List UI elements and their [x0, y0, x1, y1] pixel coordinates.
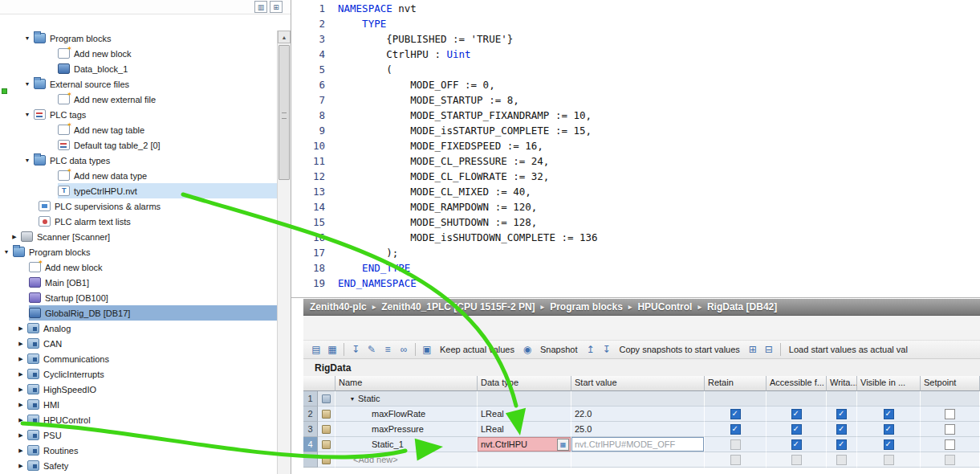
- panes-icon[interactable]: ▥: [254, 1, 267, 13]
- tree-item-can[interactable]: ▶CAN: [0, 336, 277, 351]
- writable-checkbox[interactable]: [836, 439, 847, 450]
- import-icon[interactable]: ↧: [348, 342, 364, 358]
- cell-name[interactable]: maxPressure: [335, 422, 478, 437]
- cell-start-value[interactable]: 25.0: [571, 422, 705, 437]
- chevron-right-icon[interactable]: ▶: [14, 432, 27, 439]
- retain-checkbox[interactable]: [730, 409, 741, 419]
- row-number[interactable]: 2: [303, 407, 318, 422]
- tree-item-safety[interactable]: ▶Safety: [0, 458, 277, 473]
- datatype-browse-icon[interactable]: ▦: [557, 439, 569, 451]
- tree-item-plc-tags[interactable]: ▼PLC tags: [0, 107, 277, 122]
- chevron-right-icon[interactable]: ▶: [14, 417, 27, 423]
- breadcrumb-segment-zenith40-plc[interactable]: Zenith40-plc: [310, 301, 367, 313]
- snapshot-icon[interactable]: ◉: [519, 342, 535, 358]
- tree-item-add-new-external-file[interactable]: Add new external file: [0, 92, 277, 107]
- tree-item-psu[interactable]: ▶PSU: [0, 427, 277, 443]
- writable-checkbox[interactable]: [836, 424, 847, 435]
- cell-start-value[interactable]: [571, 452, 705, 468]
- tree-item-communications[interactable]: ▶Communications: [0, 351, 277, 366]
- cell-data-type[interactable]: [478, 452, 571, 468]
- tree-item-add-new-tag-table[interactable]: Add new tag table: [0, 122, 277, 137]
- visible-checkbox[interactable]: [884, 409, 894, 419]
- chevron-down-icon[interactable]: ▼: [21, 35, 34, 41]
- setpoint-checkbox[interactable]: [945, 409, 955, 419]
- tree-item-plc-supervisions-alarms[interactable]: PLC supervisions & alarms: [0, 198, 277, 214]
- tree-item-external-source-files[interactable]: ▼External source files: [0, 76, 277, 92]
- column-header-retain[interactable]: Retain: [705, 376, 767, 391]
- chevron-right-icon[interactable]: ▶: [8, 234, 21, 240]
- column-header-start-value[interactable]: Start value: [571, 376, 705, 391]
- row-number[interactable]: 4: [303, 437, 318, 452]
- cell-data-type[interactable]: LReal: [478, 422, 571, 437]
- column-header-writa[interactable]: Writa...: [827, 376, 857, 391]
- breadcrumb-segment-zenith40-1plc-cpu-1515f-2-pn[interactable]: Zenith40_1PLC [CPU 1515F-2 PN]: [381, 301, 535, 313]
- chevron-right-icon[interactable]: ▶: [14, 402, 27, 408]
- add-row-icon[interactable]: ▦: [324, 342, 340, 358]
- copy-snapshots-button[interactable]: Copy snapshots to start values: [614, 345, 744, 354]
- accessible-checkbox[interactable]: [791, 424, 802, 435]
- visible-checkbox[interactable]: [884, 439, 894, 450]
- tree-item-plc-alarm-text-lists[interactable]: PLC alarm text lists: [0, 214, 277, 229]
- chevron-down-icon[interactable]: ▼: [348, 396, 356, 402]
- writable-checkbox[interactable]: [836, 409, 847, 419]
- snapshot-up-icon[interactable]: ↥: [582, 342, 598, 358]
- tree-item-hmi[interactable]: ▶HMI: [0, 397, 277, 412]
- tree-item-plc-data-types[interactable]: ▼PLC data types: [0, 153, 277, 168]
- tree-item-typectrlhpu-nvt[interactable]: typeCtrlHPU.nvt: [0, 183, 277, 198]
- row-number[interactable]: [303, 452, 318, 468]
- tree-item-add-new-block[interactable]: Add new block: [0, 259, 277, 275]
- cell-start-value[interactable]: [571, 391, 705, 407]
- column-header-name[interactable]: Name: [335, 376, 478, 391]
- snapshot-down-icon[interactable]: ↧: [598, 342, 614, 358]
- chevron-right-icon[interactable]: ▶: [14, 447, 27, 454]
- float-window-icon[interactable]: ⊞: [270, 1, 283, 13]
- breadcrumb-segment-hpucontrol[interactable]: HPUControl: [637, 301, 692, 313]
- chevron-right-icon[interactable]: ▶: [14, 341, 27, 347]
- chevron-right-icon[interactable]: ▶: [14, 463, 27, 469]
- tree-item-hpucontrol[interactable]: ▶HPUControl: [0, 412, 277, 427]
- accessible-checkbox[interactable]: [791, 409, 802, 419]
- keep-values-icon[interactable]: ▣: [419, 342, 435, 358]
- retain-checkbox[interactable]: [730, 424, 741, 435]
- accessible-checkbox[interactable]: [791, 439, 802, 450]
- tree-scrollbar[interactable]: ▲: [277, 31, 291, 474]
- copy-start-icon[interactable]: ⊞: [745, 342, 761, 358]
- code-editor[interactable]: 12345678910111213141516171819 NAMESPACE …: [291, 0, 980, 298]
- tree-item-main-ob1[interactable]: Main [OB1]: [0, 275, 277, 290]
- chevron-down-icon[interactable]: ▼: [21, 112, 34, 117]
- cell-name[interactable]: Static_1: [335, 437, 478, 452]
- visible-checkbox[interactable]: [884, 424, 894, 435]
- chevron-down-icon[interactable]: ▼: [21, 157, 34, 163]
- tree-item-add-new-data-type[interactable]: Add new data type: [0, 168, 277, 183]
- tree-item-program-blocks[interactable]: ▼Program blocks: [0, 244, 277, 259]
- tree-item-highspeedio[interactable]: ▶HighSpeedIO: [0, 382, 277, 397]
- tree-item-routines[interactable]: ▶Routines: [0, 443, 277, 458]
- chevron-right-icon[interactable]: ▶: [14, 386, 27, 393]
- column-header-accessible-f[interactable]: Accessible f...: [767, 376, 827, 391]
- chevron-right-icon[interactable]: ▶: [14, 325, 27, 332]
- column-header-data-type[interactable]: Data type: [478, 376, 571, 391]
- chevron-right-icon[interactable]: ▶: [14, 356, 27, 362]
- snapshot-button[interactable]: Snapshot: [535, 345, 582, 354]
- edit-icon[interactable]: ✎: [364, 342, 380, 358]
- tree-item-program-blocks[interactable]: ▼Program blocks: [0, 31, 277, 46]
- cell-data-type[interactable]: nvt.CtrlHPU▦: [478, 437, 571, 452]
- row-number[interactable]: 3: [303, 422, 318, 437]
- tree-item-data-block-1[interactable]: Data_block_1: [0, 61, 277, 76]
- cell-name[interactable]: <Add new>: [335, 452, 478, 468]
- tree-item-globalrig-db-db17[interactable]: GlobalRig_DB [DB17]: [0, 305, 277, 321]
- cell-start-value[interactable]: 22.0: [571, 407, 705, 422]
- tree-item-scanner-scanner[interactable]: ▶Scanner [Scanner]: [0, 229, 277, 244]
- cell-name[interactable]: maxFlowRate: [335, 407, 478, 422]
- scrollbar-thumb[interactable]: [279, 45, 290, 180]
- list-icon[interactable]: ≡: [380, 342, 396, 358]
- chevron-down-icon[interactable]: ▼: [0, 249, 13, 255]
- scroll-up-icon[interactable]: ▲: [278, 31, 291, 43]
- tree-item-add-new-block[interactable]: Add new block: [0, 46, 277, 61]
- breadcrumb-segment-rigdata-db42[interactable]: RigData [DB42]: [707, 301, 777, 313]
- tree-item-default-tag-table-2-0[interactable]: Default tag table_2 [0]: [0, 137, 277, 153]
- tree-item-cyclicinterrupts[interactable]: ▶CyclicInterrupts: [0, 366, 277, 382]
- column-header-visible-in[interactable]: Visible in ...: [857, 376, 921, 391]
- breadcrumb-segment-program-blocks[interactable]: Program blocks: [550, 301, 623, 313]
- cell-name[interactable]: ▼Static: [335, 391, 478, 407]
